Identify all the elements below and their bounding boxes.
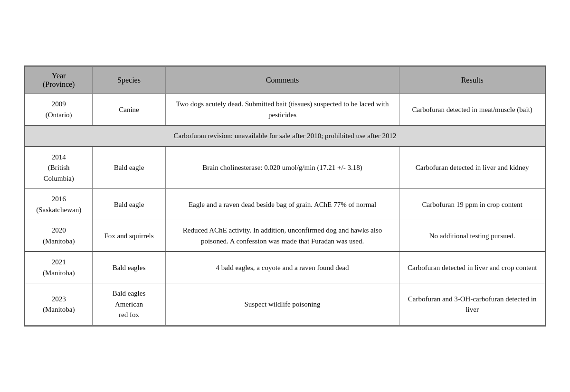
cell-results: Carbofuran detected in meat/muscle (bait…	[399, 94, 545, 126]
cell-comments: Two dogs acutely dead. Submitted bait (t…	[165, 94, 399, 126]
cell-species: Bald eaglesAmericanred fox	[93, 283, 165, 326]
table-row: 2009(Ontario) Canine Two dogs acutely de…	[25, 94, 545, 126]
header-year: Year(Province)	[25, 67, 93, 94]
revision-text: Carbofuran revision: unavailable for sal…	[25, 125, 545, 147]
cell-year: 2021(Manitoba)	[25, 252, 93, 283]
cell-year: 2016(Saskatchewan)	[25, 189, 93, 220]
cell-comments: Suspect wildlife poisoning	[165, 283, 399, 326]
cell-species: Bald eagles	[93, 252, 165, 283]
cell-comments: Eagle and a raven dead beside bag of gra…	[165, 189, 399, 220]
cell-comments: 4 bald eagles, a coyote and a raven foun…	[165, 252, 399, 283]
cell-year: 2009(Ontario)	[25, 94, 93, 126]
cell-year: 2014(BritishColumbia)	[25, 147, 93, 189]
cell-species: Canine	[93, 94, 165, 126]
cell-species: Bald eagle	[93, 147, 165, 189]
main-table-wrapper: Year(Province) Species Comments Results …	[24, 65, 546, 327]
cell-species: Fox and squirrels	[93, 220, 165, 252]
header-comments: Comments	[165, 67, 399, 94]
table-row: 2014(BritishColumbia) Bald eagle Brain c…	[25, 147, 545, 189]
table-header-row: Year(Province) Species Comments Results	[25, 67, 545, 94]
table-row: 2016(Saskatchewan) Bald eagle Eagle and …	[25, 189, 545, 220]
cell-results: Carbofuran 19 ppm in crop content	[399, 189, 545, 220]
header-species: Species	[93, 67, 165, 94]
cell-results: Carbofuran and 3-OH-carbofuran detected …	[399, 283, 545, 326]
cell-results: Carbofuran detected in liver and kidney	[399, 147, 545, 189]
cell-comments: Brain cholinesterase: 0.020 umol/g/min (…	[165, 147, 399, 189]
cell-comments: Reduced AChE activity. In addition, unco…	[165, 220, 399, 252]
table-row: 2023(Manitoba) Bald eaglesAmericanred fo…	[25, 283, 545, 326]
table-row: 2021(Manitoba) Bald eagles 4 bald eagles…	[25, 252, 545, 283]
cell-year: 2020(Manitoba)	[25, 220, 93, 252]
cell-results: No additional testing pursued.	[399, 220, 545, 252]
cell-results: Carbofuran detected in liver and crop co…	[399, 252, 545, 283]
table-row: 2020(Manitoba) Fox and squirrels Reduced…	[25, 220, 545, 252]
cell-year: 2023(Manitoba)	[25, 283, 93, 326]
cell-species: Bald eagle	[93, 189, 165, 220]
revision-row: Carbofuran revision: unavailable for sal…	[25, 125, 545, 147]
header-results: Results	[399, 67, 545, 94]
